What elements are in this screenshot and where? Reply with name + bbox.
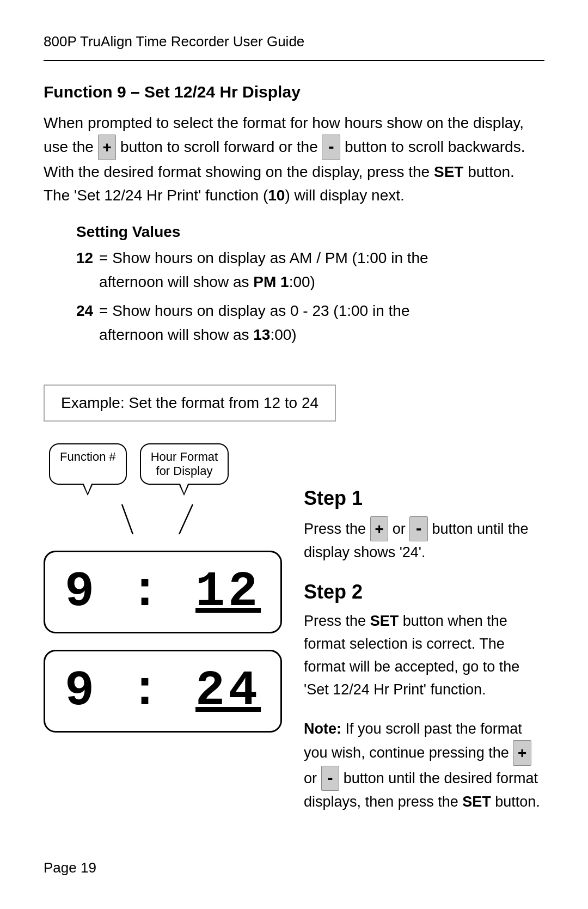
step2-set: SET xyxy=(370,613,399,629)
setting-12-indent: afternoon will show as PM 1:00) xyxy=(76,270,544,294)
set-btn-inline: SET xyxy=(434,163,463,180)
display1-num: 9 xyxy=(65,564,97,620)
function-bubble: Function # xyxy=(49,443,127,485)
step1-body: Press the + or - button until the displa… xyxy=(304,516,544,564)
note-plus: + xyxy=(513,740,531,765)
function-bubble-label: Function # xyxy=(60,450,116,463)
note-end: button. xyxy=(495,794,540,810)
setting-24-desc: = Show hours on display as 0 - 23 (1:00 … xyxy=(99,299,544,322)
setting-24-num: 24 xyxy=(76,299,99,322)
step1-or: or xyxy=(393,521,410,537)
step1-title: Step 1 xyxy=(304,487,544,510)
setting-12-line: 12 = Show hours on display as AM / PM (1… xyxy=(76,246,544,270)
step2-title: Step 2 xyxy=(304,581,544,603)
minus-button-inline: - xyxy=(322,135,340,160)
plus-button-inline: + xyxy=(98,135,117,160)
setting-24-line: 24 = Show hours on display as 0 - 23 (1:… xyxy=(76,299,544,322)
svg-line-1 xyxy=(179,504,193,534)
function-title: Function 9 – Set 12/24 Hr Display xyxy=(44,83,544,101)
header: 800P TruAlign Time Recorder User Guide xyxy=(44,33,544,61)
step1-plus: + xyxy=(370,516,389,541)
display2-num: 9 xyxy=(65,663,97,719)
intro-text-mid: button to scroll forward or the xyxy=(120,138,318,155)
setting-values-title: Setting Values xyxy=(76,223,544,241)
setting-24-indent: afternoon will show as 13:00) xyxy=(76,323,544,346)
example-text: Example: Set the format from 12 to 24 xyxy=(61,394,318,411)
note-minus: - xyxy=(321,766,340,791)
note-or: or xyxy=(304,770,321,786)
right-steps: Step 1 Press the + or - button until the… xyxy=(304,443,544,814)
note-bold: Note: xyxy=(304,721,341,737)
note-set: SET xyxy=(462,794,491,810)
intro-paragraph: When prompted to select the format for h… xyxy=(44,111,544,207)
setting-12-desc: = Show hours on display as AM / PM (1:00… xyxy=(99,246,544,270)
display1-colon: : xyxy=(97,564,195,620)
setting-12-num: 12 xyxy=(76,246,99,270)
header-title: 800P TruAlign Time Recorder User Guide xyxy=(44,33,304,50)
diagram-section: Function # Hour Format for Display 9 : 1… xyxy=(44,443,544,814)
left-displays: Function # Hour Format for Display 9 : 1… xyxy=(44,443,282,733)
step1-minus: - xyxy=(409,516,428,541)
display2-val: 24 xyxy=(195,663,261,719)
display1-val: 12 xyxy=(195,564,261,620)
page-number: Page 19 xyxy=(44,859,96,876)
hour-format-bubble-line1: Hour Format xyxy=(151,450,218,463)
step1-pre: Press the xyxy=(304,521,370,537)
example-box: Example: Set the format from 12 to 24 xyxy=(44,363,544,443)
step2-body: Press the SET button when the format sel… xyxy=(304,610,544,701)
display-box-2: 9 : 24 xyxy=(44,650,282,733)
display-box-1: 9 : 12 xyxy=(44,551,282,633)
connector-svg xyxy=(84,504,242,534)
display2-colon: : xyxy=(97,663,195,719)
hour-format-bubble: Hour Format for Display xyxy=(140,443,229,485)
svg-line-0 xyxy=(122,504,133,534)
hour-format-bubble-line2: for Display xyxy=(156,464,213,478)
note-body: Note: If you scroll past the format you … xyxy=(304,718,544,814)
setting-values-section: Setting Values 12 = Show hours on displa… xyxy=(76,223,544,346)
